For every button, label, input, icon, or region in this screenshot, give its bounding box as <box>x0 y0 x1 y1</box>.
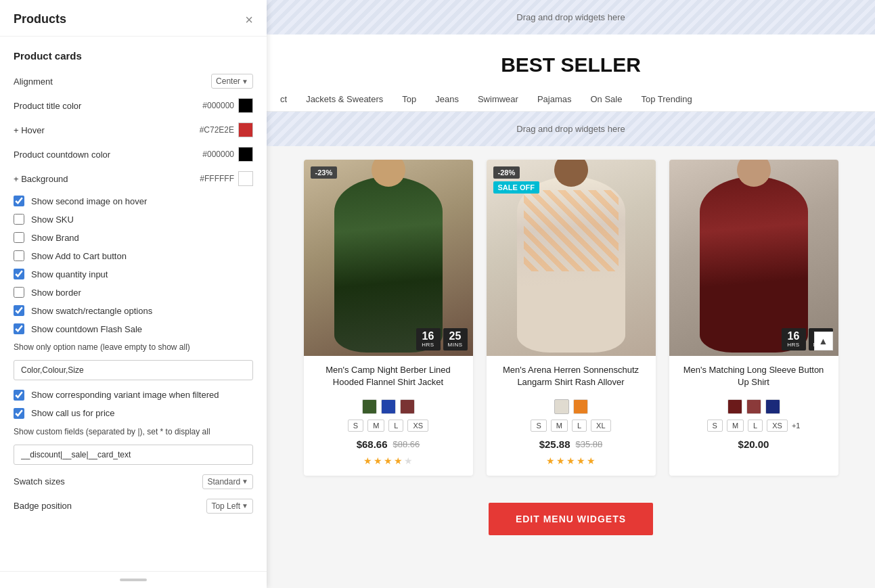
show-variant-image-checkbox[interactable] <box>14 390 24 401</box>
custom-fields-input[interactable] <box>14 445 253 465</box>
size-s-1[interactable]: S <box>348 420 363 432</box>
chevron-down-icon-swatch: ▼ <box>242 478 248 485</box>
star-2-4: ★ <box>577 455 585 466</box>
option-name-input[interactable] <box>14 360 253 380</box>
scroll-up-button-3[interactable]: ▲ <box>814 332 833 350</box>
size-s-2[interactable]: S <box>531 420 546 432</box>
show-countdown-checkbox[interactable] <box>14 323 24 334</box>
nav-item-top-trending[interactable]: Top Trending <box>641 94 692 104</box>
size-xl-2[interactable]: XL <box>591 420 610 432</box>
store-nav: ct Jackets & Sweaters Top Jeans Swimwear… <box>267 87 875 112</box>
product-title-color-control[interactable]: #000000 <box>202 98 253 113</box>
nav-item-ct[interactable]: ct <box>280 94 287 104</box>
show-call-us-label: Show call us for price <box>31 408 115 418</box>
show-border-row: Show border <box>14 287 253 298</box>
size-l-3[interactable]: L <box>748 420 763 432</box>
countdown-color-row: Product countdown color #000000 <box>14 147 253 162</box>
badge-position-row: Badge position Top Left ▼ <box>14 499 253 514</box>
product-image-wrap-1: -23% 16 HRS 25 MINS <box>304 160 473 356</box>
product-title-color-row: Product title color #000000 <box>14 98 253 113</box>
show-quantity-row: Show quantity input <box>14 269 253 279</box>
nav-item-top[interactable]: Top <box>402 94 416 104</box>
swatch-sizes-row: Swatch sizes Standard ▼ <box>14 474 253 489</box>
show-quantity-label: Show quantity input <box>31 269 108 279</box>
close-button[interactable]: × <box>245 13 253 26</box>
nav-item-swimwear[interactable]: Swimwear <box>478 94 518 104</box>
product-title-color-label: Product title color <box>14 101 202 111</box>
size-row-3: S M L XS +1 <box>677 420 830 432</box>
panel-body: Product cards Alignment Center ▼ Product… <box>0 37 267 571</box>
swatch-orange-2[interactable] <box>573 399 588 414</box>
badge-position-select[interactable]: Top Left ▼ <box>206 499 253 514</box>
nav-item-on-sale[interactable]: On Sale <box>591 94 623 104</box>
swatch-green-1[interactable] <box>362 399 377 414</box>
show-call-us-checkbox[interactable] <box>14 408 24 419</box>
price-current-3: $20.00 <box>738 438 769 450</box>
show-swatch-checkbox[interactable] <box>14 305 24 316</box>
size-l-2[interactable]: L <box>572 420 587 432</box>
show-border-checkbox[interactable] <box>14 287 24 298</box>
background-color-swatch[interactable] <box>238 171 253 186</box>
hover-control[interactable]: #C72E2E <box>200 122 253 137</box>
show-sku-checkbox[interactable] <box>14 214 24 225</box>
product-figure-1 <box>334 177 443 353</box>
product-card-3: 16 HRS 25 MINS ▲ Men's Matching Long Sle… <box>669 160 838 476</box>
background-hex: #FFFFFF <box>200 174 234 183</box>
badge-position-control[interactable]: Top Left ▼ <box>206 499 253 514</box>
star-row-1: ★ ★ ★ ★ ★ <box>312 455 465 466</box>
background-control[interactable]: #FFFFFF <box>200 171 253 186</box>
swatch-navy-3[interactable] <box>765 399 780 414</box>
swatch-blue-1[interactable] <box>381 399 396 414</box>
show-brand-checkbox[interactable] <box>14 232 24 243</box>
top-drag-drop-zone[interactable]: Drag and drop widgets here <box>267 0 875 35</box>
star-2-2: ★ <box>556 455 565 466</box>
edit-menu-widgets-button[interactable]: EDIT MENU WIDGETS <box>489 503 653 535</box>
star-2-3: ★ <box>566 455 575 466</box>
product-image-1 <box>304 160 473 356</box>
hover-color-swatch[interactable] <box>238 122 253 137</box>
show-quantity-checkbox[interactable] <box>14 269 24 279</box>
show-call-us-row: Show call us for price <box>14 408 253 419</box>
size-row-2: S M L XL <box>495 420 648 432</box>
alignment-control[interactable]: Center ▼ <box>211 74 253 89</box>
size-m-1[interactable]: M <box>367 420 384 432</box>
product-name-3: Men's Matching Long Sleeve Button Up Shi… <box>677 364 830 391</box>
alignment-select[interactable]: Center ▼ <box>211 74 253 89</box>
option-name-note: Show only option name (leave empty to sh… <box>14 342 253 353</box>
size-s-3[interactable]: S <box>707 420 723 432</box>
show-second-image-label: Show second image on hover <box>31 196 147 206</box>
swatch-light-2[interactable] <box>554 399 569 414</box>
product-title-color-swatch[interactable] <box>238 98 253 113</box>
show-swatch-label: Show swatch/rectangle options <box>31 306 152 316</box>
swatch-row-3 <box>677 399 830 414</box>
size-m-2[interactable]: M <box>551 420 568 432</box>
countdown-label-hrs-1: HRS <box>421 342 436 348</box>
drag-handle[interactable] <box>120 579 147 581</box>
show-second-image-checkbox[interactable] <box>14 196 24 206</box>
chevron-down-icon: ▼ <box>242 78 248 85</box>
nav-item-pajamas[interactable]: Pajamas <box>537 94 572 104</box>
panel-header: Products × <box>0 0 267 37</box>
size-row-1: S M L XS <box>312 420 465 432</box>
swatch-darkred-3[interactable] <box>727 399 742 414</box>
swatch-maroon-3[interactable] <box>746 399 761 414</box>
size-xs-3[interactable]: XS <box>767 420 788 432</box>
size-l-1[interactable]: L <box>388 420 403 432</box>
panel-title: Products <box>14 12 66 26</box>
swatch-sizes-select[interactable]: Standard ▼ <box>202 474 253 489</box>
top-drag-drop-text: Drag and drop widgets here <box>516 12 625 22</box>
swatch-row-1 <box>312 399 465 414</box>
alignment-value: Center <box>216 76 240 86</box>
swatch-row-2 <box>495 399 648 414</box>
size-m-3[interactable]: M <box>727 420 744 432</box>
size-xs-1[interactable]: XS <box>407 420 428 432</box>
countdown-color-control[interactable]: #000000 <box>202 147 253 162</box>
swatch-brown-1[interactable] <box>400 399 415 414</box>
price-original-2: $35.88 <box>576 439 603 449</box>
show-add-to-cart-checkbox[interactable] <box>14 250 24 261</box>
nav-item-jackets[interactable]: Jackets & Sweaters <box>306 94 383 104</box>
countdown-color-swatch[interactable] <box>238 147 253 162</box>
swatch-sizes-control[interactable]: Standard ▼ <box>202 474 253 489</box>
nav-item-jeans[interactable]: Jeans <box>435 94 459 104</box>
middle-drag-drop-zone[interactable]: Drag and drop widgets here <box>267 112 875 146</box>
